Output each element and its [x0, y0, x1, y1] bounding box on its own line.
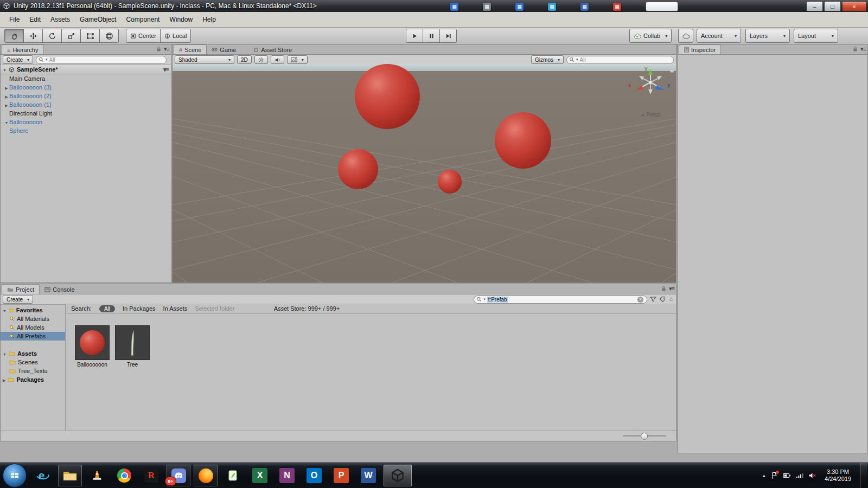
pinned-icon[interactable]: ▦ — [613, 3, 621, 11]
axis-z-label[interactable]: z — [667, 82, 670, 88]
tree-scenes[interactable]: Scenes — [1, 358, 65, 367]
axis-y-label[interactable]: y — [644, 66, 648, 72]
zoom-slider-knob[interactable] — [641, 433, 648, 440]
search-by-label-icon[interactable] — [659, 296, 666, 303]
asset-item-balloon[interactable]: Balloooooon — [74, 325, 110, 368]
tree-all-models[interactable]: All Models — [1, 323, 65, 332]
hierarchy-create-button[interactable]: Create — [3, 55, 33, 64]
scene-orientation-gizmo[interactable]: y x z — [633, 67, 668, 98]
tree-favorites[interactable]: ★ Favorites — [1, 306, 65, 314]
maximize-button[interactable]: □ — [824, 1, 841, 11]
taskbar-file-explorer[interactable] — [58, 465, 82, 486]
taskbar-outlook[interactable]: O — [302, 465, 326, 486]
tree-all-materials[interactable]: All Materials — [1, 314, 65, 323]
tab-inspector[interactable]: Inspector — [679, 44, 721, 54]
pinned-icon[interactable]: ▦ — [548, 3, 556, 11]
tab-scene[interactable]: # Scene — [174, 44, 207, 54]
show-desktop-button[interactable] — [860, 463, 867, 488]
foldout-icon[interactable] — [4, 101, 9, 108]
scope-selected-folder[interactable]: Selected folder — [195, 305, 234, 312]
hierarchy-item-balloon-3[interactable]: Balloooooon (3) — [1, 83, 171, 92]
taskbar-media-player[interactable] — [85, 465, 109, 486]
taskbar-word[interactable]: W — [356, 465, 380, 486]
tree-all-prefabs[interactable]: All Prefabs — [1, 332, 65, 341]
taskbar-discord[interactable]: 9+ — [167, 465, 190, 486]
account-dropdown[interactable]: Account — [697, 29, 741, 43]
pause-button[interactable] — [423, 29, 440, 43]
hierarchy-item-main-camera[interactable]: Main Camera — [1, 74, 171, 83]
scene-menu-icon[interactable]: ▾≡ — [163, 66, 169, 73]
foldout-icon[interactable] — [4, 84, 9, 91]
balloon-sphere-right[interactable] — [495, 112, 551, 169]
move-tool-button[interactable] — [23, 29, 43, 43]
network-signal-icon[interactable] — [796, 472, 803, 479]
balloon-sphere-large[interactable] — [355, 64, 420, 129]
lighting-toggle-button[interactable] — [254, 55, 268, 64]
cloud-services-button[interactable] — [678, 29, 693, 43]
tree-tree-textures[interactable]: Tree_Textu — [1, 367, 65, 375]
asset-item-tree[interactable]: Tree — [114, 325, 150, 368]
scale-tool-button[interactable] — [61, 29, 81, 43]
taskbar-internet-explorer[interactable]: e — [31, 465, 55, 486]
hierarchy-scene-header[interactable]: SampleScene* ▾≡ — [1, 65, 171, 74]
scene-viewport[interactable]: y x z ◄ Persp — [173, 64, 676, 282]
draw-mode-dropdown[interactable]: Shaded — [175, 55, 234, 64]
hierarchy-item-balloon-1[interactable]: Balloooooon (1) — [1, 100, 171, 109]
foldout-icon[interactable] — [4, 119, 9, 125]
asset-store-count[interactable]: Asset Store: 999+ / 999+ — [274, 305, 340, 312]
foldout-icon[interactable] — [3, 307, 7, 313]
menu-assets[interactable]: Assets — [46, 14, 75, 25]
panel-menu-icon[interactable]: ▾≡ — [860, 46, 866, 53]
pinned-icon[interactable]: ▦ — [450, 3, 458, 11]
balloon-sphere-mid[interactable] — [338, 149, 378, 189]
taskbar-notes-app[interactable] — [221, 465, 245, 486]
taskbar-r-app[interactable]: R — [139, 465, 163, 486]
lock-icon[interactable] — [661, 286, 666, 292]
taskbar-unity[interactable] — [384, 465, 412, 486]
pivot-toggle-button[interactable]: Center — [126, 29, 161, 43]
axis-x-label[interactable]: x — [628, 82, 631, 88]
play-button[interactable] — [406, 29, 423, 43]
effects-dropdown[interactable] — [287, 55, 308, 64]
hierarchy-search-input[interactable]: ▾ All — [36, 56, 167, 64]
scene-search-input[interactable]: ▾ All — [566, 56, 674, 64]
tree-assets[interactable]: Assets — [1, 349, 65, 358]
project-search-input[interactable]: ▾ t:Prefab × — [474, 296, 647, 304]
menu-window[interactable]: Window — [164, 14, 197, 25]
start-button[interactable] — [2, 465, 28, 486]
scope-all[interactable]: All — [99, 305, 115, 312]
tab-asset-store[interactable]: Asset Store — [248, 45, 297, 54]
step-button[interactable] — [439, 29, 457, 43]
pinned-icon[interactable]: ▦ — [515, 3, 524, 11]
scope-in-assets[interactable]: In Assets — [163, 305, 188, 312]
foldout-icon[interactable] — [4, 93, 9, 99]
hand-tool-button[interactable] — [4, 29, 24, 43]
foldout-icon[interactable] — [3, 376, 5, 383]
layers-dropdown[interactable]: Layers — [745, 29, 790, 43]
balloon-sphere-small[interactable] — [438, 170, 462, 194]
panel-menu-icon[interactable]: ▾≡ — [164, 46, 169, 53]
pinned-pill[interactable] — [646, 2, 678, 11]
hierarchy-item-balloon-2[interactable]: Balloooooon (2) — [1, 92, 171, 100]
close-button[interactable]: × — [842, 1, 866, 11]
menu-gameobject[interactable]: GameObject — [75, 14, 121, 25]
action-center-flag-icon[interactable] — [771, 472, 778, 479]
tab-project[interactable]: Project — [2, 284, 40, 294]
saved-search-star-icon[interactable]: ☆ — [668, 296, 674, 303]
rect-tool-button[interactable] — [80, 29, 100, 43]
gizmo-lock-icon[interactable] — [669, 67, 674, 73]
lock-icon[interactable] — [156, 46, 161, 52]
tab-console[interactable]: Console — [40, 285, 79, 294]
hierarchy-item-balloon[interactable]: Balloooooon — [1, 118, 171, 126]
scope-in-packages[interactable]: In Packages — [123, 305, 156, 312]
taskbar-chrome[interactable] — [112, 465, 136, 486]
clear-search-icon[interactable]: × — [637, 297, 643, 303]
tree-packages[interactable]: Packages — [1, 375, 65, 384]
collab-button[interactable]: Collab — [629, 29, 672, 43]
2d-toggle-button[interactable]: 2D — [237, 55, 252, 64]
search-by-type-icon[interactable] — [650, 296, 656, 303]
taskbar-clock[interactable]: 3:30 PM 4/24/2019 — [825, 468, 851, 483]
perspective-toggle[interactable]: ◄ Persp — [633, 112, 668, 118]
hierarchy-item-directional-light[interactable]: Directional Light — [1, 109, 171, 118]
space-toggle-button[interactable]: Local — [160, 29, 191, 43]
